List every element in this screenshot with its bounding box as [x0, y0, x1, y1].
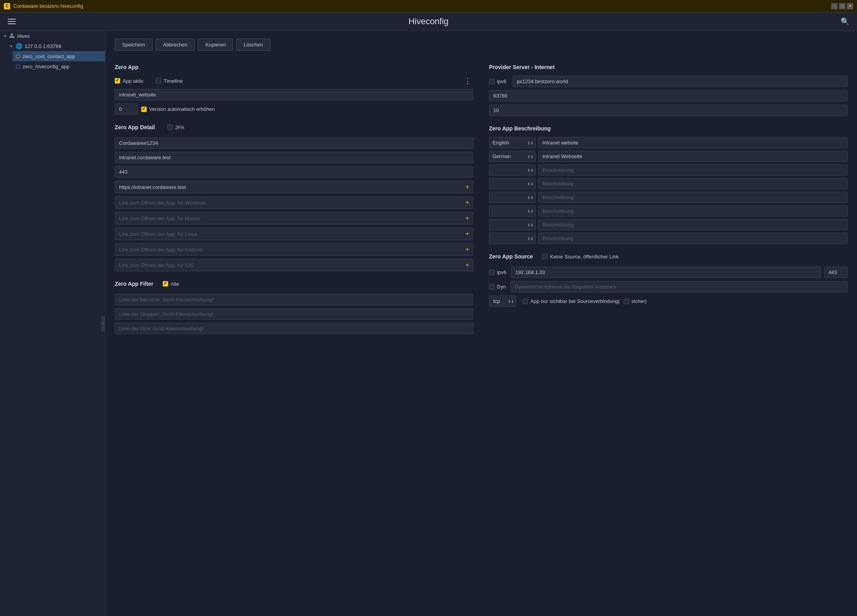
desc-lang-select-1[interactable]: English German: [489, 151, 536, 162]
sidebar-item-app2[interactable]: ⬡ zero_hiveconfig_app: [12, 61, 105, 71]
ous-filter-input[interactable]: [115, 323, 473, 334]
provider-priority-input[interactable]: [489, 105, 848, 116]
android-plus-button[interactable]: +: [466, 246, 469, 253]
groups-filter-group: [115, 308, 473, 320]
no-source-checkbox[interactable]: [542, 254, 548, 259]
domain-input[interactable]: [115, 152, 473, 163]
linux-link-group: Link zum Öffnen der App, für Linux +: [115, 228, 473, 240]
desc-lang-select-wrap-1: English German ⬆⬇: [489, 151, 536, 162]
port-group: [115, 166, 473, 178]
desc-text-input-2[interactable]: [538, 164, 848, 176]
left-column: Zero App App aktiv Timeline ⋮: [115, 60, 473, 337]
desc-text-input-0[interactable]: [538, 137, 848, 148]
desc-lang-select-3[interactable]: English German: [489, 178, 536, 189]
desc-lang-select-7[interactable]: English German: [489, 233, 536, 244]
tcp-select[interactable]: tcp udp: [489, 296, 516, 307]
maximize-button[interactable]: □: [839, 3, 845, 9]
source-visible-checkbox[interactable]: [523, 299, 528, 304]
timeline-label: Timeline: [164, 78, 183, 84]
alle-label: Alle: [171, 281, 179, 287]
ios-link-placeholder: Link zum Öffnen der App, für IOS: [119, 262, 194, 268]
https-input[interactable]: [119, 184, 434, 190]
provider-port-input[interactable]: [489, 90, 848, 101]
body: ▼ 🖧 Hives ▼ 🌐 127.0.0.1:63789 ⬡ zero_coi…: [0, 31, 857, 616]
app-aktiv-checkbox[interactable]: [115, 78, 120, 84]
source-dyn-input[interactable]: [510, 281, 848, 292]
source-ipv6-check: Ipv6: [489, 269, 507, 275]
linux-link-placeholder: Link zum Öffnen der App, für Linux: [119, 231, 197, 237]
sidebar-collapse-handle[interactable]: ›: [101, 316, 105, 331]
app1-icon: ⬡: [16, 53, 20, 59]
tree-arrow: ▼: [9, 44, 13, 48]
sidebar-item-hives[interactable]: ▼ 🖧 Hives: [0, 31, 105, 41]
app-name-input[interactable]: [115, 89, 473, 100]
https-input-row: +: [115, 181, 473, 193]
macos-plus-button[interactable]: +: [466, 215, 469, 222]
source-visible-label: App nur sichtbar bei Sourceverbindung(: [530, 298, 620, 304]
timeline-checkbox[interactable]: [156, 78, 161, 84]
desc-lang-select-5[interactable]: English German: [489, 205, 536, 217]
provider-ipv6-checkbox[interactable]: [489, 79, 494, 84]
desc-text-input-6[interactable]: [538, 219, 848, 230]
timeline-check-row: Timeline: [156, 78, 183, 84]
source-dyn-check: Dyn: [489, 284, 506, 290]
sidebar-item-server[interactable]: ▼ 🌐 127.0.0.1:63789: [6, 41, 105, 51]
version-auto-checkbox[interactable]: [141, 107, 147, 112]
windows-link-group: Link zum Öffnen der App, für Windows +: [115, 196, 473, 209]
source-header-row: Zero App Source Keine Source, öffentlich…: [489, 253, 848, 260]
ous-filter-group: [115, 323, 473, 334]
desc-text-input-3[interactable]: [538, 178, 848, 189]
hamburger-menu[interactable]: [8, 19, 16, 24]
delete-button[interactable]: Löschen: [236, 39, 270, 51]
source-ipv6-checkbox[interactable]: [489, 270, 494, 275]
linux-plus-button[interactable]: +: [466, 230, 469, 237]
header: Hiveconfig 🔍: [0, 12, 857, 31]
https-plus-button[interactable]: +: [466, 183, 469, 190]
desc-lang-select-0[interactable]: English German: [489, 137, 536, 148]
source-ip-input[interactable]: [511, 267, 821, 278]
save-button[interactable]: Speichern: [115, 39, 153, 51]
groups-filter-input[interactable]: [115, 308, 473, 320]
version-input[interactable]: [115, 103, 138, 115]
desc-text-input-4[interactable]: [538, 192, 848, 203]
ios-plus-button[interactable]: +: [466, 262, 469, 269]
desc-lang-select-6[interactable]: English German: [489, 219, 536, 230]
provider-priority-group: [489, 105, 848, 116]
source-tcp-row: tcp udp ⬆⬇ App nur sichtbar bei Sourceve…: [489, 296, 848, 307]
desc-text-input-5[interactable]: [538, 205, 848, 217]
sidebar-item-app1[interactable]: ⬡ zero_coid_contact_app: [12, 51, 105, 61]
more-options-button[interactable]: ⋮: [462, 76, 473, 86]
source-ip-port-input[interactable]: [824, 267, 848, 278]
no-source-label: Keine Source, öffentlicher Link: [550, 254, 619, 260]
desc-row-3: English German ⬆⬇: [489, 178, 848, 189]
cancel-button[interactable]: Abbrechen: [156, 39, 195, 51]
copy-button[interactable]: Kopieren: [198, 39, 233, 51]
app-name-group: [115, 89, 473, 100]
https-group: +: [115, 181, 473, 193]
source-dyn-checkbox[interactable]: [489, 284, 494, 290]
desc-row-0: English German ⬆⬇: [489, 137, 848, 148]
sidebar: ▼ 🖧 Hives ▼ 🌐 127.0.0.1:63789 ⬡ zero_coi…: [0, 31, 105, 616]
app-aktiv-row: App aktiv Timeline ⋮: [115, 76, 473, 86]
minimize-button[interactable]: −: [831, 3, 837, 9]
cordaware-id-input[interactable]: [115, 137, 473, 149]
main-content: Speichern Abbrechen Kopieren Löschen Zer…: [105, 31, 857, 616]
twofa-checkbox[interactable]: [167, 125, 173, 130]
windows-plus-button[interactable]: +: [466, 199, 469, 206]
search-icon[interactable]: 🔍: [841, 17, 849, 26]
desc-lang-select-4[interactable]: English German: [489, 192, 536, 203]
linux-link-row: Link zum Öffnen der App, für Linux +: [115, 228, 473, 240]
close-button[interactable]: ✕: [847, 3, 853, 9]
provider-host-input[interactable]: [513, 76, 848, 87]
alle-checkbox[interactable]: [163, 281, 168, 287]
desc-text-input-7[interactable]: [538, 233, 848, 244]
right-column: Provider Server - Internet Ipv6: [489, 60, 848, 337]
desc-text-input-1[interactable]: [538, 151, 848, 162]
desc-row-2: English German ⬆⬇: [489, 164, 848, 176]
desc-lang-select-2[interactable]: English German: [489, 164, 536, 176]
port-input[interactable]: [115, 166, 473, 178]
source-secure-checkbox[interactable]: [624, 299, 629, 304]
hamburger-line: [8, 19, 16, 20]
hives-label: Hives: [17, 33, 30, 39]
users-filter-input[interactable]: [115, 294, 473, 305]
